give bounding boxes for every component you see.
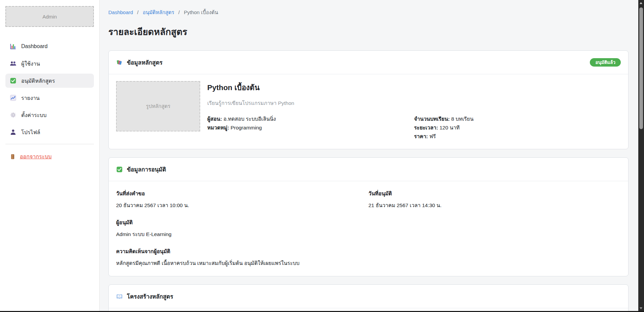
logout-link[interactable]: ออกจากระบบ — [5, 152, 94, 161]
breadcrumb: Dashboard / อนุมัติหลักสูตร / Python เบื… — [108, 8, 629, 16]
sidebar-item-label: ตั้งค่าระบบ — [21, 111, 46, 119]
sidebar-item-reports[interactable]: รายงาน — [5, 91, 94, 105]
structure-card-title: โครงสร้างหลักสูตร — [116, 292, 173, 301]
breadcrumb-separator: / — [137, 9, 139, 15]
approver-comment-label: ความคิดเห็นจากผู้อนุมัติ — [116, 247, 621, 256]
approval-card-header-label: ข้อมูลการอนุมัติ — [127, 165, 166, 174]
approve-date-value: 21 ธันวาคม 2567 เวลา 14:30 น. — [368, 201, 621, 209]
sidebar-item-label: โปรไฟล์ — [21, 128, 40, 136]
course-card-header: ข้อมูลหลักสูตร อนุมัติแล้ว — [109, 51, 628, 74]
category-field: หมวดหมู่: Programming — [207, 123, 414, 132]
breadcrumb-current: Python เบื้องต้น — [184, 9, 218, 15]
sidebar-item-label: ผู้ใช้งาน — [21, 60, 40, 68]
course-info-card: ข้อมูลหลักสูตร อนุมัติแล้ว รูปหลักสูตร P… — [108, 50, 629, 149]
check-icon — [116, 166, 123, 173]
approve-date-block: วันที่อนุมัติ 21 ธันวาคม 2567 เวลา 14:30… — [368, 189, 621, 209]
approver-comment-value: หลักสูตรมีคุณภาพดี เนื้อหาครบถ้วน เหมาะส… — [116, 259, 621, 267]
sidebar-divider — [5, 144, 94, 144]
person-icon — [10, 129, 16, 135]
approval-card-header: ข้อมูลการอนุมัติ — [109, 158, 628, 181]
logo-text: Admin — [42, 14, 57, 20]
bar-chart-icon — [10, 43, 16, 50]
sidebar-item-profile[interactable]: โปรไฟล์ — [5, 125, 94, 139]
breadcrumb-dashboard[interactable]: Dashboard — [108, 9, 133, 15]
approver-comment-block: ความคิดเห็นจากผู้อนุมัติ หลักสูตรมีคุณภา… — [116, 247, 621, 267]
sidebar-menu: Dashboard ผู้ใช้งาน อนุมัติหลักสูตร รายง… — [5, 39, 94, 139]
checkbox-icon — [10, 77, 16, 84]
status-badge: อนุมัติแล้ว — [590, 58, 621, 67]
logo-placeholder: Admin — [5, 6, 94, 27]
structure-card-header: โครงสร้างหลักสูตร — [109, 285, 628, 308]
approval-info-card: ข้อมูลการอนุมัติ วันที่ส่งคำขอ 20 ธันวาค… — [108, 157, 629, 276]
course-card-body: รูปหลักสูตร Python เบื้องต้น เรียนรู้การ… — [109, 74, 628, 149]
course-structure-card: โครงสร้างหลักสูตร — [108, 284, 629, 312]
scroll-up-arrow-icon[interactable] — [640, 2, 642, 4]
price-field: ราคา: ฟรี — [414, 132, 621, 141]
scrollbar-thumb[interactable] — [639, 7, 643, 129]
request-date-value: 20 ธันวาคม 2567 เวลา 10:00 น. — [116, 201, 368, 209]
course-card-title: ข้อมูลหลักสูตร — [116, 58, 163, 67]
request-date-block: วันที่ส่งคำขอ 20 ธันวาคม 2567 เวลา 10:00… — [116, 189, 368, 209]
breadcrumb-course-approval[interactable]: อนุมัติหลักสูตร — [143, 9, 174, 15]
approver-label: ผู้อนุมัติ — [116, 218, 621, 227]
approver-value: Admin ระบบ E-Learning — [116, 230, 621, 238]
duration-field: ระยะเวลา: 120 นาที — [414, 123, 621, 132]
scroll-down-arrow-icon[interactable] — [640, 307, 642, 309]
approval-card-title: ข้อมูลการอนุมัติ — [116, 165, 166, 174]
sidebar-item-settings[interactable]: ตั้งค่าระบบ — [5, 108, 94, 122]
users-icon — [10, 60, 16, 67]
books-icon — [116, 59, 123, 66]
approval-card-body: วันที่ส่งคำขอ 20 ธันวาคม 2567 เวลา 10:00… — [109, 181, 628, 276]
vertical-scrollbar[interactable] — [638, 0, 644, 312]
approver-block: ผู้อนุมัติ Admin ระบบ E-Learning — [116, 218, 621, 238]
line-chart-icon — [10, 94, 16, 101]
sidebar: Admin Dashboard ผู้ใช้งาน อนุมัติหลักสูต… — [0, 0, 100, 312]
door-icon — [10, 154, 16, 160]
course-title: Python เบื้องต้น — [207, 82, 621, 93]
request-date-label: วันที่ส่งคำขอ — [116, 189, 368, 198]
structure-card-header-label: โครงสร้างหลักสูตร — [127, 292, 173, 301]
sidebar-item-course-approval[interactable]: อนุมัติหลักสูตร — [5, 74, 94, 88]
course-field-columns: ผู้สอน: อ.ทดสอบ ระบบอีเลินนิ่ง หมวดหมู่:… — [207, 115, 621, 141]
page-title: รายละเอียดหลักสูตร — [108, 25, 629, 39]
main-content: Dashboard / อนุมัติหลักสูตร / Python เบื… — [100, 0, 638, 312]
course-description: เรียนรู้การเขียนโปรแกรมภาษา Python — [207, 99, 621, 107]
sidebar-item-users[interactable]: ผู้ใช้งาน — [5, 56, 94, 71]
course-fields-right: จำนวนบทเรียน: 8 บทเรียน ระยะเวลา: 120 นา… — [414, 115, 621, 141]
approval-dates-row: วันที่ส่งคำขอ 20 ธันวาคม 2567 เวลา 10:00… — [116, 189, 621, 209]
sidebar-item-dashboard[interactable]: Dashboard — [5, 39, 94, 53]
course-details: Python เบื้องต้น เรียนรู้การเขียนโปรแกรม… — [207, 81, 621, 141]
course-image-placeholder: รูปหลักสูตร — [116, 81, 200, 131]
open-book-icon — [116, 293, 123, 300]
sidebar-item-label: Dashboard — [21, 43, 47, 49]
approve-date-label: วันที่อนุมัติ — [368, 189, 621, 198]
sidebar-item-label: รายงาน — [21, 94, 40, 102]
course-card-header-label: ข้อมูลหลักสูตร — [127, 58, 163, 67]
gear-icon — [10, 112, 16, 118]
lesson-count-field: จำนวนบทเรียน: 8 บทเรียน — [414, 115, 621, 123]
breadcrumb-separator: / — [178, 9, 180, 15]
sidebar-item-label: อนุมัติหลักสูตร — [21, 77, 55, 85]
course-fields-left: ผู้สอน: อ.ทดสอบ ระบบอีเลินนิ่ง หมวดหมู่:… — [207, 115, 414, 141]
logout-label: ออกจากระบบ — [20, 152, 51, 161]
course-image-placeholder-text: รูปหลักสูตร — [146, 102, 171, 110]
instructor-field: ผู้สอน: อ.ทดสอบ ระบบอีเลินนิ่ง — [207, 115, 414, 123]
